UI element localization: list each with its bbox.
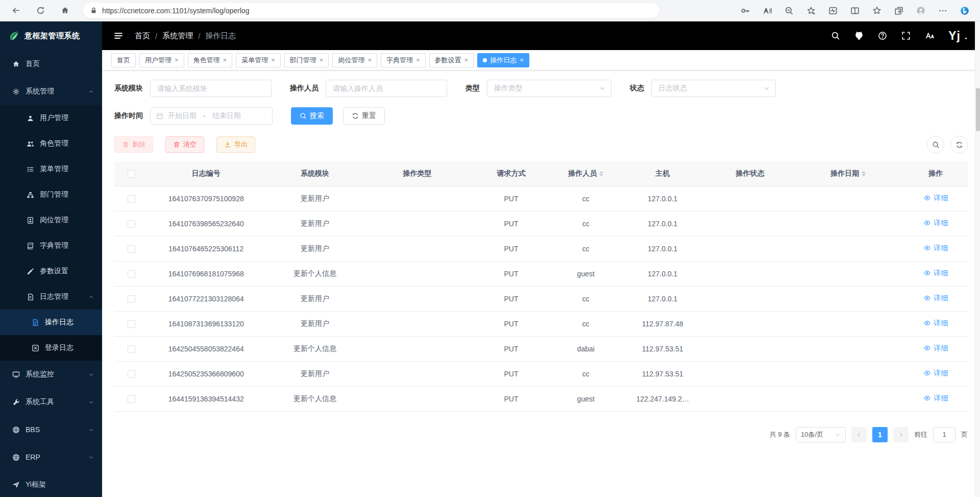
fullscreen-button[interactable] (901, 31, 911, 40)
row-checkbox[interactable] (128, 270, 135, 278)
tab-7[interactable]: 参数设置× (429, 53, 474, 67)
sidebar-item-login-log[interactable]: 登录日志 (0, 335, 102, 361)
detail-link[interactable]: 详细 (923, 194, 948, 203)
row-checkbox[interactable] (128, 320, 135, 328)
user-avatar[interactable]: Yj (948, 30, 969, 42)
address-bar[interactable]: https://ccnetcore.com:1101/system/log/op… (83, 3, 659, 18)
page-number-button[interactable]: 1 (872, 427, 888, 442)
sidebar-item-user-mgmt[interactable]: 用户管理 (0, 105, 102, 131)
close-tab-icon[interactable]: × (464, 57, 469, 63)
sidebar-item-dict-mgmt[interactable]: 字典管理 (0, 233, 102, 258)
sidebar-item-param-settings[interactable]: 参数设置 (0, 258, 102, 284)
sidebar-item-bbs[interactable]: BBS (0, 416, 102, 443)
tab-1[interactable]: 用户管理× (139, 53, 184, 67)
tab-5[interactable]: 岗位管理× (332, 53, 377, 67)
status-select[interactable]: 日志状态 (651, 80, 776, 97)
sort-caret[interactable] (599, 169, 603, 178)
row-checkbox[interactable] (128, 370, 135, 378)
select-all-checkbox[interactable] (128, 170, 135, 178)
close-tab-icon[interactable]: × (320, 57, 324, 63)
detail-link[interactable]: 详细 (923, 269, 948, 278)
detail-link[interactable]: 详细 (923, 294, 948, 303)
tab-4[interactable]: 部门管理× (284, 53, 329, 67)
more-menu-button[interactable] (935, 3, 951, 19)
github-button[interactable] (854, 31, 864, 40)
add-favorite-button[interactable] (803, 3, 819, 19)
detail-link[interactable]: 详细 (923, 344, 948, 353)
module-input[interactable] (150, 80, 272, 97)
bing-chat-button[interactable] (957, 3, 973, 19)
row-checkbox[interactable] (128, 220, 135, 228)
back-button[interactable] (7, 2, 24, 19)
sidebar-item-menu-mgmt[interactable]: 菜单管理 (0, 156, 102, 182)
sidebar-item-erp[interactable]: ERP (0, 443, 102, 471)
close-tab-icon[interactable]: × (175, 57, 179, 63)
tab-6[interactable]: 字典管理× (381, 53, 426, 67)
row-checkbox[interactable] (128, 345, 135, 353)
column-header[interactable]: 操作日期 (793, 161, 903, 186)
type-select[interactable]: 操作类型 (487, 80, 611, 97)
close-tab-icon[interactable]: × (368, 57, 372, 63)
row-checkbox[interactable] (128, 295, 135, 303)
breadcrumb-item-0[interactable]: 首页 (135, 31, 150, 41)
date-range-picker[interactable]: 开始日期 - 结束日期 (150, 107, 273, 125)
reload-button[interactable] (32, 2, 49, 19)
next-page-button[interactable] (893, 427, 909, 442)
operator-input[interactable] (326, 80, 447, 97)
export-button[interactable]: 导出 (216, 136, 255, 153)
search-button[interactable] (831, 31, 840, 40)
toggle-search-button[interactable] (927, 136, 944, 153)
reset-button[interactable]: 重置 (343, 107, 385, 125)
clear-button[interactable]: 清空 (165, 136, 204, 153)
row-checkbox[interactable] (128, 195, 135, 203)
home-button[interactable] (56, 2, 74, 19)
goto-page-input[interactable] (933, 427, 955, 442)
detail-link[interactable]: 详细 (923, 369, 948, 378)
column-header[interactable]: 操作人员 (554, 161, 618, 186)
sidebar-item-system-tools[interactable]: 系统工具 (0, 388, 102, 416)
sidebar-item-system-monitor[interactable]: 系统监控 (0, 361, 102, 388)
tab-0[interactable]: 首页 (111, 53, 136, 67)
sidebar-item-yi-framework[interactable]: Yi框架 (0, 471, 102, 497)
detail-link[interactable]: 详细 (923, 319, 948, 328)
favorites-button[interactable] (869, 3, 885, 19)
prev-page-button[interactable] (851, 427, 867, 442)
row-checkbox[interactable] (128, 245, 135, 253)
close-tab-icon[interactable]: × (223, 57, 227, 63)
sidebar-item-oper-log[interactable]: 操作日志 (0, 310, 102, 335)
zoom-out-button[interactable] (781, 3, 797, 19)
scrollbar-thumb[interactable] (976, 88, 980, 131)
sidebar-item-role-mgmt[interactable]: 角色管理 (0, 131, 102, 156)
password-key-button[interactable] (737, 3, 753, 19)
detail-link[interactable]: 详细 (923, 394, 948, 403)
detail-link[interactable]: 详细 (923, 244, 948, 253)
close-tab-icon[interactable]: × (271, 57, 275, 63)
help-button[interactable] (878, 31, 887, 40)
sidebar-toggle-button[interactable] (113, 30, 125, 41)
tab-8[interactable]: 操作日志× (477, 53, 529, 67)
profile-button[interactable] (913, 3, 929, 19)
row-checkbox[interactable] (128, 395, 135, 403)
tab-2[interactable]: 角色管理× (188, 53, 233, 67)
page-size-select[interactable]: 10条/页 (796, 427, 846, 442)
page-scrollbar[interactable] (975, 21, 980, 497)
breadcrumb-item-1[interactable]: 系统管理 (162, 31, 193, 41)
sort-caret[interactable] (862, 169, 866, 178)
sidebar-item-home[interactable]: 首页 (0, 50, 102, 78)
browser-essentials-button[interactable] (825, 3, 841, 19)
site-info-button[interactable] (90, 7, 97, 14)
sidebar-item-log-mgmt[interactable]: 日志管理 (0, 284, 102, 310)
split-screen-button[interactable] (847, 3, 863, 19)
sidebar-item-dept-mgmt[interactable]: 部门管理 (0, 182, 102, 207)
refresh-table-button[interactable] (950, 136, 968, 153)
collections-button[interactable] (891, 3, 907, 19)
font-size-button[interactable] (925, 31, 934, 40)
tab-3[interactable]: 菜单管理× (236, 53, 281, 67)
search-button[interactable]: 搜索 (291, 107, 333, 125)
read-aloud-button[interactable] (759, 3, 775, 19)
close-tab-icon[interactable]: × (520, 57, 524, 63)
close-tab-icon[interactable]: × (416, 57, 420, 63)
sidebar-item-system-mgmt[interactable]: 系统管理 (0, 78, 102, 105)
detail-link[interactable]: 详细 (923, 219, 948, 228)
sidebar-item-post-mgmt[interactable]: 岗位管理 (0, 207, 102, 233)
